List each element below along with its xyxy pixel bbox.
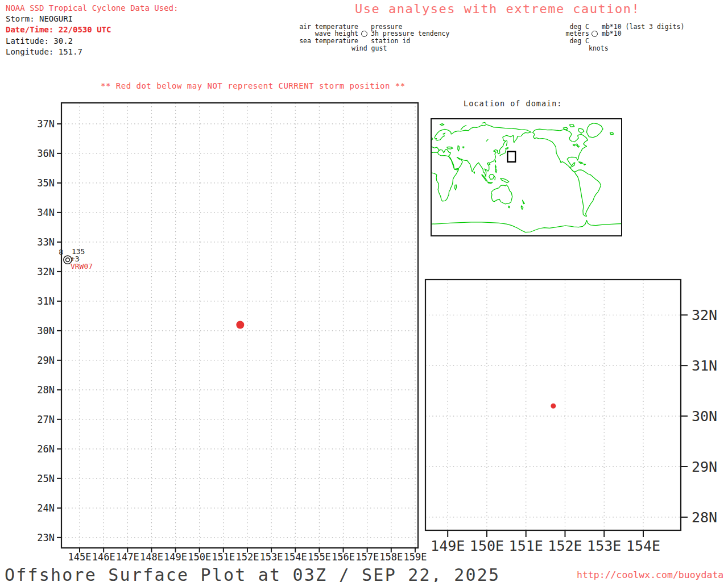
- island-greenland: [586, 123, 603, 138]
- world-map-inset: [431, 118, 622, 236]
- y-tick-label: 36N: [37, 148, 55, 159]
- unit-knots: knots: [589, 45, 609, 52]
- storm-name-line: Storm: NEOGURI: [6, 14, 178, 24]
- x-tick-label: 153E: [260, 551, 283, 563]
- island-ellesmere: [569, 124, 574, 127]
- x-tick-label: 150E: [470, 538, 504, 554]
- unit-deg-c-sea: deg C: [532, 38, 589, 44]
- y-tick-label: 30N: [692, 408, 717, 425]
- x-tick-label: 146E: [92, 551, 115, 563]
- y-tick-label: 29N: [37, 355, 55, 366]
- island-borneo: [489, 174, 494, 180]
- latitude-line: Latitude: 30.2: [6, 36, 178, 47]
- legend-pressure-tendency: 3h pressure tendency: [371, 30, 449, 37]
- y-tick-label: 27N: [37, 414, 55, 425]
- buoy-plot-page: { "header": { "noaa_line": "NOAA SSD Tro…: [0, 0, 728, 582]
- longitude-line: Longitude: 151.7: [6, 47, 178, 57]
- y-tick-label: 25N: [37, 473, 55, 484]
- noaa-data-line: NOAA SSD Tropical Cyclone Data Used:: [6, 3, 178, 14]
- x-tick-label: 149E: [431, 538, 465, 554]
- y-tick-label: 24N: [37, 502, 55, 514]
- island-severnaya-zemlya: [482, 122, 486, 123]
- island-madagascar: [455, 185, 457, 190]
- sea-black: [447, 147, 453, 149]
- island-new-guinea: [500, 178, 509, 183]
- domain-box: [507, 152, 515, 162]
- great-lakes-a: [573, 144, 575, 146]
- great-lakes-c: [577, 146, 579, 147]
- legend-wave-height: wave height: [283, 30, 358, 37]
- y-tick-label: 31N: [692, 357, 717, 374]
- island-sakhalin: [506, 140, 507, 146]
- x-tick-label: 148E: [140, 551, 163, 563]
- world-map-svg: [432, 119, 621, 235]
- x-tick-label: 154E: [284, 551, 307, 563]
- x-tick-label: 150E: [188, 551, 211, 563]
- caution-headline: Use analyses with extreme caution!: [355, 2, 640, 16]
- island-taiwan: [495, 160, 495, 162]
- map-inset-title: Location of domain:: [464, 99, 562, 108]
- y-tick-label: 33N: [37, 236, 55, 248]
- station-legend-right-column: pressure 3h pressure tendency station id: [371, 23, 449, 44]
- coastline-australia: [491, 185, 512, 204]
- lake-baikal: [486, 139, 488, 141]
- y-tick-label: 31N: [37, 296, 55, 307]
- y-tick-label: 37N: [37, 118, 55, 130]
- island-iceland: [610, 132, 614, 134]
- y-tick-label: 30N: [37, 325, 55, 336]
- island-baffin: [578, 128, 584, 134]
- x-tick-label: 149E: [164, 551, 187, 563]
- island-sulawesi: [494, 176, 495, 180]
- y-tick-label: 32N: [37, 266, 55, 277]
- x-tick-label: 155E: [308, 551, 331, 563]
- island-cuba: [579, 162, 583, 164]
- storm-position-dot: [551, 404, 556, 409]
- x-tick-label: 151E: [509, 538, 543, 554]
- island-philippines: [495, 165, 497, 173]
- station-legend-left-column: air temperature wave height sea temperat…: [283, 23, 358, 44]
- source-url-link[interactable]: http://coolwx.com/buoydata: [577, 569, 723, 580]
- buoy-station-circle-inner: [66, 258, 70, 262]
- x-tick-label: 159E: [403, 551, 427, 563]
- x-tick-label: 153E: [587, 538, 621, 554]
- y-tick-label: 28N: [692, 509, 717, 525]
- coastline-north-america: [533, 129, 588, 172]
- coastline-south-america: [574, 170, 601, 217]
- x-tick-label: 145E: [68, 551, 92, 563]
- units-legend-left-column: deg C meters deg C: [532, 23, 589, 44]
- station-wave-height: 8: [59, 248, 63, 256]
- legend-wind-gust: wind gust: [351, 45, 387, 52]
- station-id: VRW07: [71, 262, 93, 271]
- island-sumatra: [482, 174, 487, 181]
- island-hispaniola: [584, 164, 585, 165]
- x-tick-label: 156E: [332, 551, 355, 563]
- storm-position-warning: ** Red dot below may NOT represent CURRE…: [101, 81, 406, 90]
- unit-meters: meters: [532, 30, 589, 37]
- great-lakes-b: [576, 144, 578, 146]
- y-tick-label: 35N: [37, 177, 55, 189]
- x-tick-label: 152E: [235, 551, 259, 563]
- y-tick-label: 34N: [37, 207, 55, 218]
- island-svalbard: [440, 124, 444, 126]
- x-tick-label: 152E: [548, 538, 582, 554]
- island-java: [488, 182, 493, 183]
- island-new-zealand-north: [523, 200, 525, 203]
- y-tick-label: 26N: [37, 443, 55, 455]
- unit-mb10: mb*10: [602, 30, 684, 37]
- y-tick-label: 29N: [692, 458, 717, 475]
- x-tick-label: 154E: [626, 538, 660, 554]
- island-novaya-zemlya: [461, 125, 466, 130]
- island-new-zealand-south: [521, 206, 523, 210]
- coastline-antarctica: [432, 221, 621, 232]
- page-title: Offshore Surface Plot at 03Z / SEP 22, 2…: [5, 565, 500, 582]
- sea-aral: [463, 147, 464, 148]
- island-tasmania: [508, 206, 510, 207]
- y-tick-label: 32N: [692, 307, 717, 323]
- sea-caspian: [458, 146, 460, 151]
- legend-station-id: station id: [371, 38, 449, 44]
- coastline-africa: [432, 152, 458, 201]
- units-legend-right-column: mb*10 (last 3 digits) mb*10: [602, 23, 684, 38]
- island-sri-lanka: [474, 172, 474, 173]
- y-tick-label: 28N: [37, 384, 55, 396]
- datetime-line: Date/Time: 22/0530 UTC: [6, 24, 178, 35]
